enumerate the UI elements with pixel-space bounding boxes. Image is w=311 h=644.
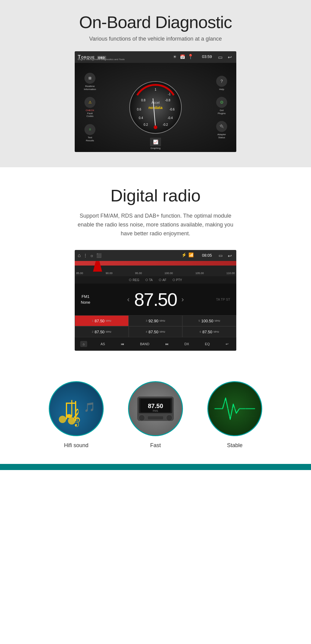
radio-time: 08:05 xyxy=(202,253,212,258)
svg-text:0.8: 0.8 xyxy=(141,99,145,102)
svg-text:🎵: 🎵 xyxy=(84,402,95,413)
preset-row-2: 2 87.50 MHz 4 87.50 MHz 6 87.50 MHz xyxy=(75,326,236,337)
preset-4[interactable]: 4 87.50 MHz xyxy=(129,326,183,337)
signal-icon: 📶 xyxy=(188,252,194,257)
radio-topbar: ⌂ ⋮ ☼ ⬛ ⚡ 📶 08:05 ▭ ↩ xyxy=(75,250,236,261)
realtime-icon[interactable]: ⊞ RealtimeInformation xyxy=(84,73,96,91)
get-plugins-icon[interactable]: ⚙ GetPlugins xyxy=(216,97,227,115)
feature-fast: 87.50 FM1 Fast xyxy=(128,381,183,449)
svg-point-18 xyxy=(59,416,66,423)
freq-right-arrow[interactable]: › xyxy=(181,295,184,304)
svg-text:0.4: 0.4 xyxy=(139,116,143,120)
stable-circle xyxy=(207,381,262,436)
fault-codes-icon[interactable]: ⚠ CHECK FaultCodes xyxy=(84,97,95,118)
svg-text:0.6: 0.6 xyxy=(137,108,141,111)
eq-btn[interactable]: EQ xyxy=(202,341,212,347)
adapter-status-icon[interactable]: 🔌 AdapterStatus xyxy=(216,121,227,139)
radio-title: Digital radio xyxy=(24,186,287,205)
bottom-bar xyxy=(0,464,311,470)
fast-circle: 87.50 FM1 xyxy=(128,381,183,436)
svg-text:Accel: Accel xyxy=(152,101,160,104)
feature-hifi: ♩ 𝄞 🎵 Hifi sound xyxy=(49,381,104,449)
svg-point-29 xyxy=(166,415,172,421)
fast-image: 87.50 FM1 xyxy=(134,387,177,430)
hifi-circle: ♩ 𝄞 🎵 xyxy=(49,381,104,436)
hifi-image: ♩ 𝄞 🎵 xyxy=(55,387,98,430)
calendar-icon: 📅 xyxy=(180,54,185,59)
af-dot xyxy=(159,279,161,281)
preset-6[interactable]: 6 87.50 MHz xyxy=(182,326,236,337)
ta-dot xyxy=(145,279,148,281)
preset-1[interactable]: 1 87.50 MHz xyxy=(75,315,129,326)
svg-text:87.50: 87.50 xyxy=(148,403,163,409)
next-btn[interactable]: ⏭ xyxy=(163,341,171,347)
svg-rect-21 xyxy=(75,401,76,421)
svg-text:-0.8: -0.8 xyxy=(165,99,170,102)
feature-stable: Stable xyxy=(207,381,262,449)
graphing-icon[interactable]: 📈 Graphing xyxy=(150,138,161,150)
obd-topbar: TORQUE OBD Engine Management Diagnostics… xyxy=(75,51,236,63)
option-reg[interactable]: REG xyxy=(129,278,139,282)
fm-label: FM1 None xyxy=(81,294,90,305)
radio-section: Digital radio Support FM/AM, RDS and DAB… xyxy=(0,167,311,363)
option-ta[interactable]: TA xyxy=(145,278,153,282)
test-results-icon[interactable]: ≡ TestResults xyxy=(84,124,95,142)
torque-tagline: Engine Management Diagnostics and Tools xyxy=(78,58,125,61)
freq-label-100: 100.00 xyxy=(164,272,173,275)
prev-btn[interactable]: ⏮ xyxy=(118,341,127,347)
obd-subtitle: Various functions of the vehicle informa… xyxy=(6,36,305,42)
photo-icon: ⬛ xyxy=(96,253,102,258)
as-btn[interactable]: AS xyxy=(98,341,108,347)
freq-left-arrow[interactable]: ‹ xyxy=(127,295,130,304)
svg-text:-1: -1 xyxy=(168,92,171,96)
features-section: ♩ 𝄞 🎵 Hifi sound 87.50 xyxy=(0,363,311,464)
svg-rect-22 xyxy=(66,403,76,404)
stable-label: Stable xyxy=(207,442,262,449)
battery-icon-radio: ▭ xyxy=(219,253,223,258)
back-icon: ↩ xyxy=(228,54,232,60)
back-control-btn[interactable]: ↩ xyxy=(223,341,231,347)
svg-text:0.2: 0.2 xyxy=(144,123,148,126)
preset-2[interactable]: 2 87.50 MHz xyxy=(75,326,129,337)
radio-freq-bar[interactable]: 85.00 90.00 95.00 100.00 105.00 110.00 xyxy=(75,261,236,276)
dx-btn[interactable]: DX xyxy=(182,341,191,347)
radio-main-display: FM1 None ‹ 87.50 › TA TP ST xyxy=(75,284,236,315)
svg-text:1: 1 xyxy=(155,88,156,91)
freq-display: ‹ 87.50 › xyxy=(127,289,184,310)
obd-right-icons: ? Help ⚙ GetPlugins 🔌 AdapterStatus xyxy=(216,76,227,139)
svg-text:-0.2: -0.2 xyxy=(163,123,168,126)
radio-subtitle: Support FM/AM, RDS and DAB+ function. Th… xyxy=(72,212,239,238)
freq-label-95: 95.00 xyxy=(135,272,142,275)
preset-5[interactable]: 5 100.50 MHz xyxy=(182,315,236,326)
current-freq: 87.50 xyxy=(134,289,177,310)
help-icon[interactable]: ? Help xyxy=(216,76,227,91)
obd-section: On-Board Diagnostic Various functions of… xyxy=(0,0,311,167)
back-icon-radio: ↩ xyxy=(228,253,232,259)
option-af[interactable]: AF xyxy=(159,278,166,282)
freq-scale: 85.00 90.00 95.00 100.00 105.00 110.00 xyxy=(75,272,236,276)
sun-icon: ☀ xyxy=(173,54,177,59)
band-btn[interactable]: BAND xyxy=(138,341,152,347)
radio-presets: 1 87.50 MHz 3 92.90 MHz 5 100.50 MHz 2 xyxy=(75,315,236,337)
battery-icon: ▭ xyxy=(218,54,223,60)
home-control-btn[interactable]: ⌂ xyxy=(80,341,87,347)
radio-options: REG TA AF PTY xyxy=(75,276,236,284)
home-icon: ⌂ xyxy=(78,253,81,258)
pty-dot xyxy=(173,279,175,281)
freq-label-105: 105.00 xyxy=(195,272,204,275)
preset-3[interactable]: 3 92.90 MHz xyxy=(129,315,183,326)
freq-label-110: 110.00 xyxy=(226,272,235,275)
location-icon: 📍 xyxy=(188,54,194,60)
ta-tp-st: TA TP ST xyxy=(216,298,230,301)
reg-dot xyxy=(129,279,131,281)
svg-rect-30 xyxy=(148,416,163,419)
option-pty[interactable]: PTY xyxy=(173,278,182,282)
obd-body: ⊞ RealtimeInformation ⚠ CHECK FaultCodes… xyxy=(75,63,236,152)
gauge-svg: 1 -1 0.8 -0.8 0.6 -0.6 0.4 -0.4 0.2 -0.2… xyxy=(128,80,183,135)
gauge: 1 -1 0.8 -0.8 0.6 -0.6 0.4 -0.4 0.2 -0.2… xyxy=(128,80,183,135)
bluetooth-icon: ⚡ xyxy=(181,252,187,257)
svg-point-14 xyxy=(154,125,157,129)
obd-left-icons: ⊞ RealtimeInformation ⚠ CHECK FaultCodes… xyxy=(84,73,96,142)
svg-text:FM1: FM1 xyxy=(153,409,158,412)
hifi-label: Hifi sound xyxy=(49,442,104,449)
